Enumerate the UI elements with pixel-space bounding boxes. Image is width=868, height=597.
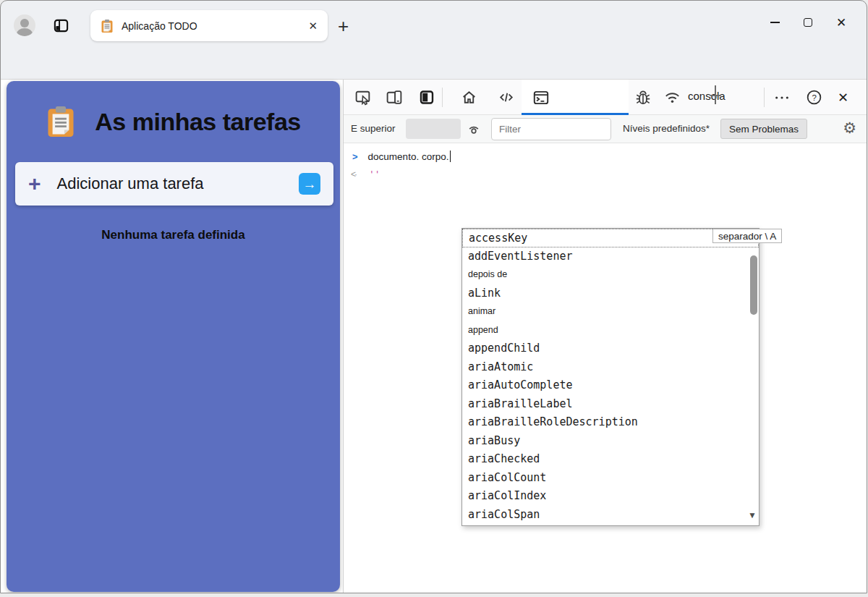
devtools-tab-bar: consola ? ✕ [344, 80, 867, 115]
add-task-submit-button[interactable]: → [299, 173, 320, 195]
autocomplete-item[interactable]: depois de [462, 266, 759, 284]
window-controls: ✕ [758, 12, 858, 33]
autocomplete-item[interactable]: ariaColCount [462, 469, 759, 488]
autocomplete-item[interactable]: ariaBrailleLabel [462, 395, 759, 414]
console-input-line[interactable]: > documento. corpo. [352, 151, 451, 162]
help-icon[interactable]: ? [805, 88, 823, 106]
tab-actions-icon[interactable] [53, 17, 69, 34]
tab-title: Aplicação TODO [122, 20, 308, 32]
browser-tab[interactable]: Aplicação TODO ✕ [90, 10, 328, 41]
app-title: As minhas tarefas [95, 108, 300, 136]
console-context-selector[interactable]: E superior [351, 123, 396, 134]
filter-input[interactable] [491, 118, 611, 140]
tab-favicon-clipboard-icon [101, 19, 114, 33]
minimize-button[interactable] [758, 12, 791, 33]
autocomplete-item-label: accessKey [469, 232, 527, 245]
tab-bar: Aplicação TODO ✕ + ✕ [1, 1, 867, 43]
autocomplete-item[interactable]: ariaColIndex [462, 487, 759, 506]
avatar-head [20, 19, 29, 27]
dock-side-icon[interactable] [418, 88, 435, 106]
viewport: As minhas tarefas + Adicionar uma tarefa… [1, 79, 867, 593]
autocomplete-item[interactable]: aLink [462, 284, 759, 303]
autocomplete-item-label: appendChild [468, 342, 540, 355]
add-task-placeholder: Adicionar uma tarefa [57, 174, 299, 193]
empty-tasks-message: Nenhuma tarefa definida [7, 228, 340, 242]
autocomplete-item-label: addEventListener [468, 250, 573, 263]
tab-close-icon[interactable]: ✕ [308, 20, 318, 33]
autocomplete-item[interactable]: ariaAutoComplete [462, 376, 759, 395]
inspect-element-icon[interactable] [354, 88, 372, 106]
maximize-button[interactable] [791, 12, 825, 33]
autocomplete-item-label: depois de [468, 269, 507, 279]
devtools-panel: consola ? ✕ E superior [344, 80, 867, 593]
console-toolbar: E superior Níveis predefinidos* Sem Prob… [344, 115, 867, 143]
close-icon: ✕ [836, 15, 846, 30]
autocomplete-item-label: append [468, 325, 498, 335]
toolbar-separator [442, 88, 443, 107]
log-levels-dropdown[interactable]: Níveis predefinidos* [623, 123, 710, 134]
cursor-caret-h [710, 95, 720, 96]
result-arrow-icon: <· [351, 169, 356, 179]
svg-text:?: ? [812, 93, 817, 102]
autocomplete-item[interactable]: ariaAtomic [462, 358, 759, 377]
avatar-body [17, 28, 33, 36]
new-tab-button[interactable]: + [338, 15, 349, 38]
todo-app-panel: As minhas tarefas + Adicionar uma tarefa… [7, 81, 340, 592]
autocomplete-item[interactable]: ariaBusy [462, 432, 759, 451]
address-bar-row: https://microsoftedge.github.io/Demos/de… [1, 43, 867, 79]
autocomplete-item-label: ariaColCount [468, 471, 546, 484]
elements-code-icon[interactable] [497, 88, 516, 106]
plus-icon: + [28, 173, 41, 195]
close-glyph: ✕ [838, 90, 848, 105]
console-output[interactable]: > documento. corpo. <· '' accessKey a [344, 144, 867, 593]
minimize-icon [770, 22, 780, 23]
debugger-bug-icon[interactable] [634, 88, 652, 107]
console-result-value: '' [369, 169, 380, 179]
autocomplete-item-label: ariaChecked [468, 452, 540, 465]
autocomplete-item-label: ariaBrailleRoleDescription [468, 415, 638, 428]
live-expression-eye-icon[interactable] [465, 121, 482, 138]
browser-window: Aplicação TODO ✕ + ✕ https://microsofted… [0, 0, 867, 593]
context-dropdown-box[interactable] [406, 119, 461, 139]
autocomplete-item-label: aLink [468, 287, 501, 300]
scrollbar-down-arrow-icon[interactable]: ▼ [748, 510, 757, 520]
autocomplete-item-label: ariaBusy [468, 434, 520, 447]
devtools-close-icon[interactable]: ✕ [838, 90, 848, 106]
clipboard-logo-icon [46, 104, 76, 139]
autocomplete-item[interactable]: addEventListener [462, 247, 759, 266]
settings-gear-icon[interactable]: ⚙ [843, 119, 856, 137]
console-result-line: <· '' [351, 169, 380, 179]
prompt-chevron-icon: > [352, 151, 358, 162]
device-emulation-icon[interactable] [385, 88, 404, 106]
autocomplete-item[interactable]: ariaChecked [462, 450, 759, 469]
autocomplete-list[interactable]: accessKey addEventListener depois de aLi… [461, 228, 760, 526]
autocomplete-item[interactable]: ariaCurrent [462, 524, 759, 526]
close-window-button[interactable]: ✕ [825, 12, 858, 33]
arrow-right-icon: → [303, 177, 317, 191]
autocomplete-item-label: ariaColIndex [468, 489, 546, 502]
console-tooltip: consola [688, 90, 726, 102]
autocomplete-key-hint: separador \ A [712, 229, 782, 243]
autocomplete-item-label: ariaColSpan [468, 508, 540, 521]
autocomplete-item[interactable]: animar [462, 302, 759, 321]
scrollbar-thumb[interactable] [750, 255, 757, 315]
console-tab-icon[interactable] [532, 88, 550, 107]
autocomplete-item[interactable]: ariaBrailleRoleDescription [462, 413, 759, 432]
maximize-icon [804, 18, 812, 27]
welcome-home-icon[interactable] [460, 88, 478, 106]
devtools-menu-dots-icon[interactable] [774, 93, 790, 103]
issues-button[interactable]: Sem Problemas [720, 119, 807, 139]
autocomplete-item-label: animar [468, 306, 495, 316]
profile-avatar[interactable] [14, 14, 35, 36]
text-caret [450, 151, 451, 162]
autocomplete-item[interactable]: append [462, 321, 759, 340]
network-wifi-icon[interactable] [663, 88, 682, 107]
console-input-text: documento. corpo. [368, 151, 449, 162]
add-task-input[interactable]: + Adicionar uma tarefa → [15, 162, 333, 206]
autocomplete-item-label: ariaBrailleLabel [468, 397, 573, 410]
autocomplete-item-label: ariaAtomic [468, 360, 533, 373]
autocomplete-item[interactable]: appendChild [462, 339, 759, 358]
autocomplete-dropdown: accessKey addEventListener depois de aLi… [461, 228, 760, 526]
app-header: As minhas tarefas [7, 104, 340, 139]
autocomplete-item[interactable]: ariaColSpan [462, 506, 759, 525]
